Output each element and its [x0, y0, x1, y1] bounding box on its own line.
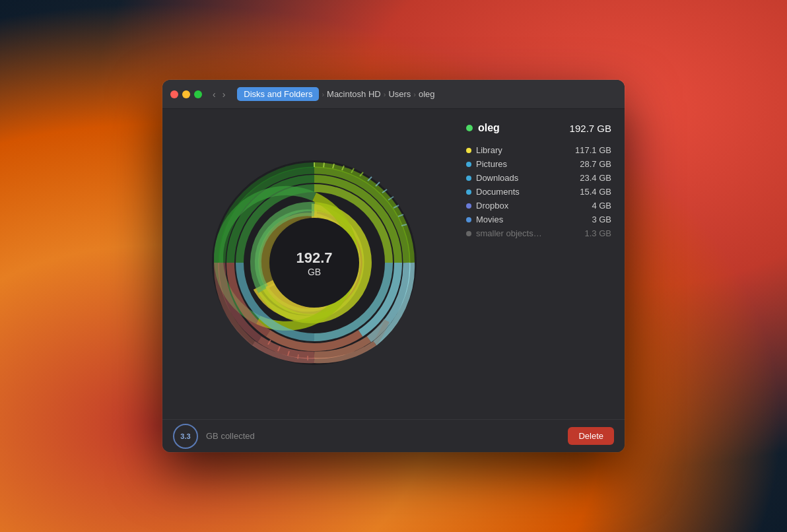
- svg-point-20: [269, 218, 359, 308]
- donut-chart: 192.7 GB: [209, 157, 420, 371]
- legend-title-left: oleg: [466, 122, 500, 134]
- legend-items: Library 117.1 GB Pictures 28.7 GB Downlo…: [466, 143, 611, 240]
- legend-folder-name: oleg: [478, 122, 500, 134]
- minimize-button[interactable]: [182, 90, 190, 98]
- titlebar: ‹ › Disks and Folders › Macintosh HD › U…: [162, 80, 625, 109]
- collected-badge: 3.3: [173, 424, 198, 449]
- breadcrumb-sep-1: ›: [322, 90, 324, 98]
- legend-item-size: 28.7 GB: [580, 159, 611, 169]
- legend-item-size: 117.1 GB: [575, 145, 611, 155]
- legend-item-left: Pictures: [466, 159, 507, 169]
- legend-item[interactable]: Movies 3 GB: [466, 213, 611, 226]
- legend-item-left: Dropbox: [466, 201, 508, 211]
- legend-item-label: Library: [476, 145, 502, 155]
- maximize-button[interactable]: [194, 90, 202, 98]
- legend-item[interactable]: smaller objects… 1.3 GB: [466, 226, 611, 240]
- chart-area: 192.7 GB: [176, 122, 453, 406]
- legend-item-label: smaller objects…: [476, 228, 542, 238]
- svg-line-3: [324, 163, 324, 168]
- nav-arrows: ‹ ›: [210, 88, 228, 101]
- legend-item-label: Dropbox: [476, 201, 508, 211]
- legend-item-label: Documents: [476, 187, 520, 197]
- legend-area: oleg 192.7 GB Library 117.1 GB Pictures …: [466, 122, 611, 406]
- collected-value: 3.3: [180, 432, 190, 440]
- breadcrumb-macintosh-hd[interactable]: Macintosh HD: [327, 89, 381, 99]
- back-button[interactable]: ‹: [210, 88, 219, 101]
- legend-title-dot: [466, 125, 473, 131]
- delete-button[interactable]: Delete: [568, 427, 614, 445]
- breadcrumb-users[interactable]: Users: [388, 89, 411, 99]
- statusbar: 3.3 GB collected Delete: [162, 419, 625, 452]
- legend-item[interactable]: Downloads 23.4 GB: [466, 171, 611, 185]
- app-window: ‹ › Disks and Folders › Macintosh HD › U…: [162, 80, 625, 452]
- window-content: 192.7 GB oleg 192.7 GB: [162, 109, 625, 419]
- legend-item-left: Library: [466, 145, 502, 155]
- legend-item-dot: [466, 148, 471, 153]
- breadcrumb-oleg[interactable]: oleg: [419, 89, 435, 99]
- legend-item-size: 23.4 GB: [580, 173, 611, 183]
- legend-item-dot: [466, 217, 471, 222]
- desktop: ‹ › Disks and Folders › Macintosh HD › U…: [0, 0, 787, 532]
- breadcrumb: Disks and Folders › Macintosh HD › Users…: [237, 87, 434, 101]
- laptop-frame: ‹ › Disks and Folders › Macintosh HD › U…: [0, 0, 787, 532]
- legend-item[interactable]: Library 117.1 GB: [466, 143, 611, 157]
- svg-line-18: [298, 354, 298, 359]
- legend-item-dot: [466, 176, 471, 181]
- legend-item-dot: [466, 189, 471, 195]
- chart-svg: [209, 157, 420, 368]
- legend-item-left: Documents: [466, 187, 520, 197]
- legend-item-size: 4 GB: [592, 201, 611, 211]
- legend-item-left: Downloads: [466, 173, 518, 183]
- legend-item-size: 1.3 GB: [585, 228, 611, 238]
- legend-item-label: Pictures: [476, 159, 507, 169]
- legend-item[interactable]: Dropbox 4 GB: [466, 199, 611, 213]
- legend-folder-size: 192.7 GB: [570, 123, 611, 134]
- collected-label: GB collected: [206, 431, 560, 441]
- legend-item[interactable]: Documents 15.4 GB: [466, 185, 611, 199]
- legend-item-size: 3 GB: [592, 215, 611, 224]
- legend-item-size: 15.4 GB: [580, 187, 611, 197]
- forward-button[interactable]: ›: [220, 88, 228, 101]
- legend-item-dot: [466, 231, 471, 236]
- breadcrumb-sep-2: ›: [384, 90, 386, 98]
- legend-item-label: Movies: [476, 215, 503, 224]
- legend-item-left: smaller objects…: [466, 228, 542, 238]
- legend-item-dot: [466, 162, 471, 167]
- legend-item-dot: [466, 203, 471, 209]
- legend-item-label: Downloads: [476, 173, 518, 183]
- legend-item[interactable]: Pictures 28.7 GB: [466, 157, 611, 171]
- breadcrumb-sep-3: ›: [413, 90, 416, 98]
- legend-item-left: Movies: [466, 215, 503, 224]
- close-button[interactable]: [170, 90, 178, 98]
- legend-title: oleg 192.7 GB: [466, 122, 611, 134]
- traffic-lights: [170, 90, 202, 98]
- breadcrumb-disks-and-folders[interactable]: Disks and Folders: [237, 87, 319, 101]
